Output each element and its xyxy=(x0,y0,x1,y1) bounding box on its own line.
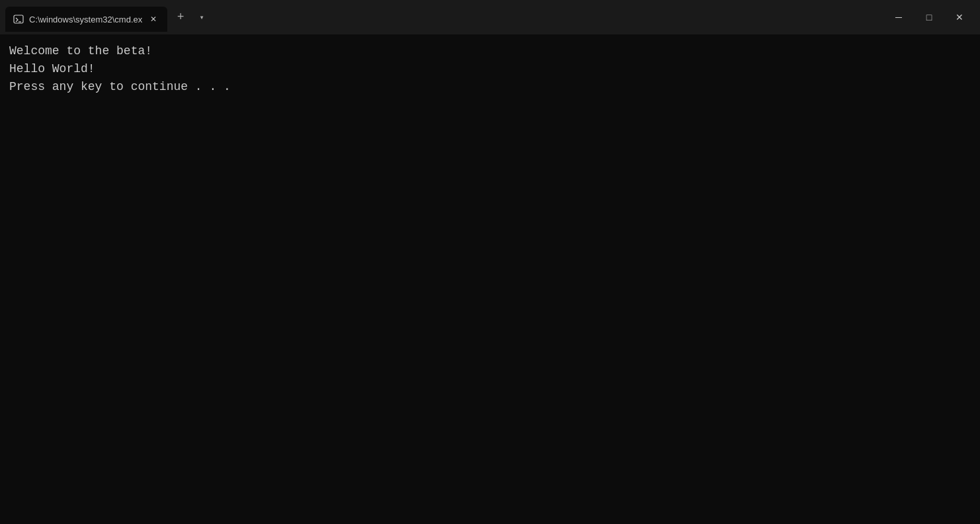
active-tab[interactable]: C:\windows\system32\cmd.ex ✕ xyxy=(5,7,167,32)
tab-title-text: C:\windows\system32\cmd.ex xyxy=(29,15,142,24)
terminal-line-1: Welcome to the beta! xyxy=(9,42,971,60)
minimize-button[interactable]: ─ xyxy=(883,7,914,28)
close-button[interactable]: ✕ xyxy=(944,7,975,28)
cmd-icon xyxy=(13,14,24,24)
tab-close-button[interactable]: ✕ xyxy=(147,13,159,25)
new-tab-button[interactable]: + xyxy=(170,7,191,28)
tab-area: C:\windows\system32\cmd.ex ✕ + ▾ xyxy=(5,0,883,34)
dropdown-button[interactable]: ▾ xyxy=(192,8,211,26)
window-controls: ─ □ ✕ xyxy=(883,7,975,28)
maximize-button[interactable]: □ xyxy=(914,7,944,28)
titlebar: C:\windows\system32\cmd.ex ✕ + ▾ ─ □ ✕ xyxy=(0,0,980,34)
terminal-window: C:\windows\system32\cmd.ex ✕ + ▾ ─ □ ✕ W… xyxy=(0,0,980,524)
terminal-line-3: Press any key to continue . . . xyxy=(9,78,971,96)
terminal-line-2: Hello World! xyxy=(9,60,971,78)
terminal-body[interactable]: Welcome to the beta! Hello World! Press … xyxy=(0,34,980,524)
